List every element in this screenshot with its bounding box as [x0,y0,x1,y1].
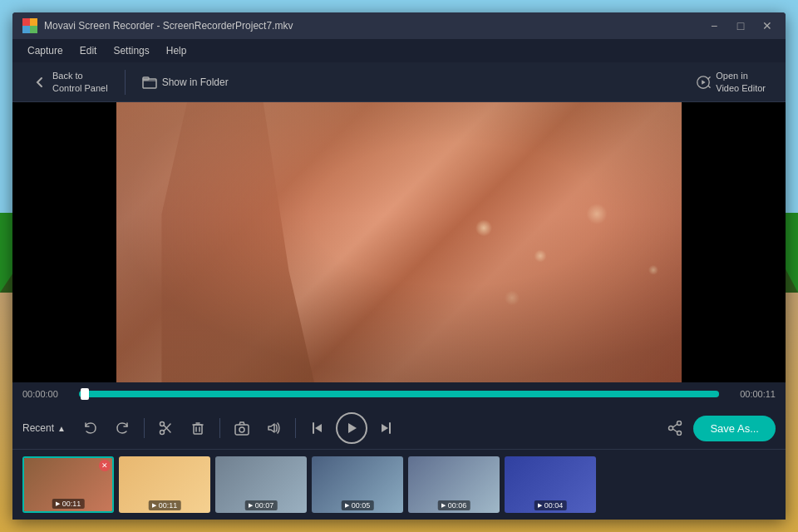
svg-rect-10 [235,425,249,435]
skip-forward-button[interactable] [372,415,399,441]
window-title: Movavi Screen Recorder - ScreenRecorderP… [44,20,706,32]
controls-bar: Recent ▲ [12,407,786,449]
thumb-1-close[interactable]: ✕ [99,460,111,471]
controls-divider-1 [144,418,145,438]
timeline-bar-container: 00:00:00 00:00:11 [22,389,776,399]
open-editor-button[interactable]: Open inVideo Editor [686,65,776,99]
save-as-button[interactable]: Save As... [693,416,776,441]
timeline-progress [79,391,719,397]
menu-bar: Capture Edit Settings Help [12,39,786,62]
volume-button[interactable] [260,415,287,441]
redo-button[interactable] [109,415,135,441]
show-folder-label: Show in Folder [162,76,229,88]
menu-edit[interactable]: Edit [71,39,106,62]
thumb-6-duration: ▶ 00:04 [534,500,567,510]
controls-divider-3 [295,418,296,438]
menu-help[interactable]: Help [158,39,195,62]
controls-divider-2 [219,418,220,438]
undo-button[interactable] [77,415,104,441]
menu-settings[interactable]: Settings [105,39,157,62]
recent-button[interactable]: Recent ▲ [22,422,66,434]
thumb-5-play-icon: ▶ [441,502,446,509]
maximize-button[interactable]: □ [732,17,749,34]
cut-button[interactable] [153,415,180,441]
recent-label: Recent [22,422,54,434]
video-content [116,102,682,382]
open-editor-label: Open inVideo Editor [716,70,766,94]
thumbnail-2[interactable]: ▶ 00:11 [119,456,210,513]
svg-rect-2 [22,26,30,33]
svg-rect-9 [194,425,202,434]
svg-rect-1 [30,18,37,26]
svg-rect-0 [22,18,30,26]
title-bar: Movavi Screen Recorder - ScreenRecorderP… [12,12,786,39]
timeline-track[interactable] [79,391,719,397]
timeline-handle[interactable] [81,388,89,400]
delete-button[interactable] [185,415,211,441]
back-to-panel-button[interactable]: Back toControl Panel [22,65,118,99]
thumb-6-play-icon: ▶ [538,502,542,509]
snapshot-button[interactable] [229,415,255,441]
thumbnail-6[interactable]: ▶ 00:04 [505,456,596,513]
svg-point-11 [239,427,244,432]
thumbnail-1[interactable]: ✕ ▶ 00:11 [22,456,114,513]
share-button[interactable] [662,415,688,441]
close-button[interactable]: ✕ [759,17,776,34]
timeline-start-time: 00:00:00 [22,389,72,399]
thumb-2-duration: ▶ 00:11 [149,500,181,510]
app-window: Movavi Screen Recorder - ScreenRecorderP… [12,12,786,520]
play-button[interactable] [336,412,367,444]
svg-rect-3 [30,26,37,33]
menu-capture[interactable]: Capture [19,39,71,62]
back-arrow-icon [32,75,47,90]
show-folder-button[interactable]: Show in Folder [132,70,239,95]
back-to-panel-label: Back toControl Panel [52,70,108,94]
thumb-2-play-icon: ▶ [152,502,156,509]
hand-overlay [161,102,416,382]
thumb-4-play-icon: ▶ [345,502,349,509]
thumb-1-duration: ▶ 00:11 [52,499,85,509]
toolbar-divider-1 [125,70,126,95]
video-area [12,102,786,382]
thumb-4-duration: ▶ 00:05 [342,500,374,510]
folder-icon [142,75,157,90]
timeline-end-time: 00:00:11 [726,389,776,399]
window-controls: − □ ✕ [706,17,776,34]
app-icon [22,18,37,33]
svg-point-13 [677,431,682,436]
thumb-3-duration: ▶ 00:07 [245,500,278,510]
thumbnail-5[interactable]: ▶ 00:06 [408,456,500,513]
thumbnail-4[interactable]: ▶ 00:05 [312,456,403,513]
toolbar: Back toControl Panel Show in Folder [12,62,786,102]
video-editor-icon [696,75,711,90]
thumb-5-duration: ▶ 00:06 [438,500,470,510]
thumb-1-play-icon: ▶ [56,500,60,507]
skip-back-button[interactable] [304,415,331,441]
thumbnail-3[interactable]: ▶ 00:07 [215,456,307,513]
thumb-3-play-icon: ▶ [249,502,253,509]
timeline-area: 00:00:00 00:00:11 [12,382,786,407]
video-frame [116,102,682,382]
svg-point-14 [669,426,673,431]
recent-chevron-icon: ▲ [57,424,66,433]
thumbnail-strip: ✕ ▶ 00:11 ▶ 00:11 ▶ 00:07 ▶ [12,449,786,520]
video-shadow-overlay [116,102,682,382]
svg-point-12 [677,421,682,426]
minimize-button[interactable]: − [706,17,722,34]
